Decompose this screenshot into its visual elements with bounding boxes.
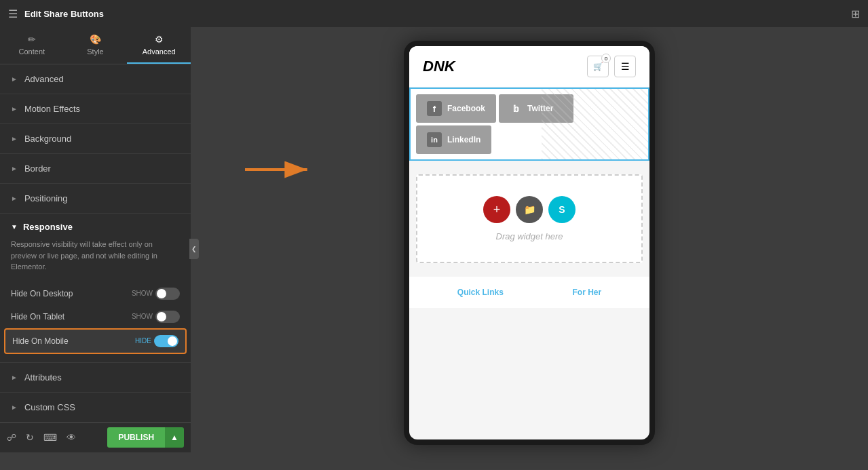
linkedin-label: LinkedIn xyxy=(447,135,480,144)
accordion-advanced-header[interactable]: ► Advanced xyxy=(0,64,191,94)
phone-screen: DNK 🛒 0 ☰ f Facebook xyxy=(409,46,649,439)
chevron-icon-css: ► xyxy=(11,404,18,411)
twitter-share-button[interactable]: 𝕓 Twitter xyxy=(499,94,573,123)
accordion-attributes[interactable]: ► Attributes xyxy=(0,363,191,393)
toggle-row-desktop: Hide On Desktop SHOW xyxy=(11,282,180,305)
drag-widget-icons: + 📁 S xyxy=(483,196,575,223)
app-widget-icon[interactable]: S xyxy=(548,196,575,223)
accordion-motion-label: Motion Effects xyxy=(24,104,80,114)
accordion-attributes-label: Attributes xyxy=(24,372,62,383)
responsive-label: Responsive xyxy=(23,222,73,232)
accordion-background-label: Background xyxy=(24,134,71,144)
drag-widget-area[interactable]: + 📁 S Drag widget here xyxy=(416,174,643,263)
tab-bar: ✏ Content 🎨 Style ⚙ Advanced xyxy=(0,27,191,64)
cart-button[interactable]: 🛒 0 xyxy=(587,56,609,77)
add-widget-icon[interactable]: + xyxy=(483,196,510,223)
layers-icon[interactable]: ☍ xyxy=(7,432,16,443)
toggle-desktop-text: SHOW xyxy=(132,290,153,297)
footer-link-for-her[interactable]: For Her xyxy=(572,288,601,297)
accordion-custom-css-header[interactable]: ► Custom CSS xyxy=(0,393,191,422)
content-tab-icon: ✏ xyxy=(28,34,36,45)
header-icons: 🛒 0 ☰ xyxy=(587,56,636,77)
responsive-title[interactable]: ▼ Responsive xyxy=(11,222,180,232)
accordion-attributes-header[interactable]: ► Attributes xyxy=(0,363,191,392)
publish-button[interactable]: PUBLISH xyxy=(107,427,165,448)
hide-desktop-label: Hide On Desktop xyxy=(11,289,73,298)
accordion-motion-header[interactable]: ► Motion Effects xyxy=(0,94,191,123)
hide-desktop-toggle[interactable] xyxy=(155,288,180,300)
toggle-container-tablet: SHOW xyxy=(132,311,180,323)
eye-icon[interactable]: 👁 xyxy=(67,432,76,443)
facebook-label: Facebook xyxy=(447,104,485,113)
hide-tablet-label: Hide On Tablet xyxy=(11,312,64,321)
linkedin-share-button[interactable]: in LinkedIn xyxy=(416,125,491,154)
share-buttons-inner: f Facebook 𝕓 Twitter in LinkedIn xyxy=(416,94,643,154)
cart-badge: 0 xyxy=(601,54,611,63)
tab-content[interactable]: ✏ Content xyxy=(0,27,64,64)
preview-area: DNK 🛒 0 ☰ f Facebook xyxy=(191,27,868,470)
main-layout: ✏ Content 🎨 Style ⚙ Advanced ► Advanced xyxy=(0,27,868,470)
site-footer-links: Quick Links For Her xyxy=(409,277,649,308)
collapse-handle[interactable]: ❮ xyxy=(189,239,199,259)
accordion-positioning[interactable]: ► Positioning xyxy=(0,184,191,214)
drag-widget-label: Drag widget here xyxy=(496,231,563,241)
chevron-icon-pos: ► xyxy=(11,195,18,202)
accordion-background-header[interactable]: ► Background xyxy=(0,124,191,153)
undo-icon[interactable]: ↻ xyxy=(26,432,34,443)
share-buttons-widget: f Facebook 𝕓 Twitter in LinkedIn xyxy=(409,87,649,161)
responsive-section: ▼ Responsive Responsive visibility will … xyxy=(0,214,191,363)
tab-style-label: Style xyxy=(87,47,103,56)
hide-mobile-toggle[interactable] xyxy=(154,335,178,347)
accordion-border-label: Border xyxy=(24,163,51,174)
publish-group: PUBLISH ▲ xyxy=(107,427,184,448)
chevron-icon-bg: ► xyxy=(11,135,18,142)
accordion-border[interactable]: ► Border xyxy=(0,154,191,184)
hide-mobile-label: Hide On Mobile xyxy=(12,336,69,346)
advanced-tab-icon: ⚙ xyxy=(155,34,164,45)
accordion-background[interactable]: ► Background xyxy=(0,124,191,154)
toggle-container-desktop: SHOW xyxy=(132,288,180,300)
accordion-positioning-header[interactable]: ► Positioning xyxy=(0,184,191,213)
toolbar-left: ☍ ↻ ⌨ 👁 xyxy=(7,432,76,443)
accordion-advanced-label: Advanced xyxy=(24,74,64,84)
chevron-icon: ► xyxy=(11,75,18,83)
chevron-down-icon: ▼ xyxy=(11,223,18,231)
chevron-icon-border: ► xyxy=(11,165,18,172)
top-bar-title: Edit Share Buttons xyxy=(24,9,104,19)
accordion-advanced[interactable]: ► Advanced xyxy=(0,64,191,94)
linkedin-icon: in xyxy=(427,132,442,147)
top-bar: ☰ Edit Share Buttons ⊞ xyxy=(0,0,868,27)
menu-button[interactable]: ☰ xyxy=(614,56,636,77)
tab-style[interactable]: 🎨 Style xyxy=(64,27,128,64)
chevron-icon-motion: ► xyxy=(11,105,18,113)
accordion-border-header[interactable]: ► Border xyxy=(0,154,191,183)
responsive-description: Responsive visibility will take effect o… xyxy=(11,239,180,273)
twitter-label: Twitter xyxy=(527,104,553,113)
toggle-row-mobile: Hide On Mobile HIDE xyxy=(4,328,187,354)
device-icon[interactable]: ⌨ xyxy=(43,432,57,443)
chevron-icon-attr: ► xyxy=(11,374,18,381)
accordion-motion-effects[interactable]: ► Motion Effects xyxy=(0,94,191,124)
tab-advanced[interactable]: ⚙ Advanced xyxy=(127,27,191,64)
site-header: DNK 🛒 0 ☰ xyxy=(409,46,649,87)
sidebar: ✏ Content 🎨 Style ⚙ Advanced ► Advanced xyxy=(0,27,191,423)
style-tab-icon: 🎨 xyxy=(90,34,101,45)
footer-link-quick-links[interactable]: Quick Links xyxy=(457,288,504,297)
hamburger-icon[interactable]: ☰ xyxy=(8,7,18,20)
facebook-share-button[interactable]: f Facebook xyxy=(416,94,496,123)
grid-icon[interactable]: ⊞ xyxy=(851,7,860,20)
accordion-custom-css[interactable]: ► Custom CSS xyxy=(0,393,191,423)
toggle-row-tablet: Hide On Tablet SHOW xyxy=(11,305,180,328)
hide-tablet-toggle[interactable] xyxy=(155,311,180,323)
toggle-mobile-text: HIDE xyxy=(135,337,151,345)
folder-widget-icon[interactable]: 📁 xyxy=(516,196,543,223)
facebook-icon: f xyxy=(427,101,442,116)
twitter-icon: 𝕓 xyxy=(510,102,522,115)
toggle-tablet-text: SHOW xyxy=(132,313,153,320)
toggle-container-mobile: HIDE xyxy=(135,335,178,347)
tab-advanced-label: Advanced xyxy=(143,47,176,56)
tab-content-label: Content xyxy=(19,47,45,56)
orange-arrow xyxy=(245,159,313,180)
publish-dropdown-button[interactable]: ▲ xyxy=(165,427,184,448)
accordion-positioning-label: Positioning xyxy=(24,193,68,203)
